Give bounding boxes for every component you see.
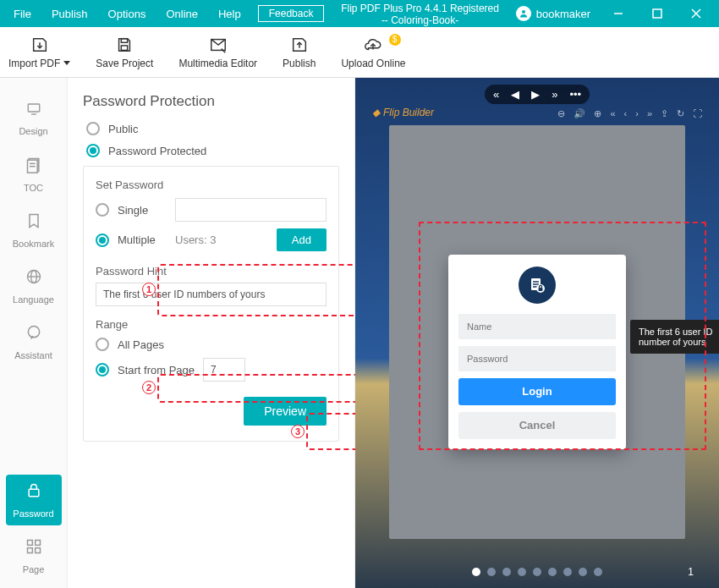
panel-heading: Password Protection <box>83 93 339 110</box>
upload-online-button[interactable]: $ Upload Online <box>341 36 405 69</box>
menu-file[interactable]: File <box>5 4 40 24</box>
page-dot[interactable] <box>563 568 572 576</box>
login-dialog: Login Cancel <box>448 255 626 449</box>
range-label: Range <box>96 318 327 331</box>
single-password-input[interactable] <box>175 198 327 222</box>
feedback-button[interactable]: Feedback <box>258 5 325 22</box>
window-minimize-button[interactable] <box>601 0 636 27</box>
sidebar-item-design[interactable]: Design <box>6 93 62 144</box>
single-radio-row[interactable]: Single <box>96 198 327 222</box>
sidebar-item-toc[interactable]: TOC <box>6 149 62 200</box>
svg-rect-19 <box>27 540 32 545</box>
share-icon[interactable]: ⇪ <box>661 108 668 119</box>
radio-icon <box>96 234 109 247</box>
start-from-radio-row[interactable]: Start from Page <box>96 358 327 382</box>
chevron-down-icon <box>63 61 70 65</box>
save-icon <box>115 36 134 54</box>
multimedia-editor-button[interactable]: Multimedia Editor <box>178 36 257 69</box>
svg-rect-22 <box>35 547 40 552</box>
sidebar-item-assistant[interactable]: Assistant <box>6 316 62 367</box>
radio-icon <box>86 122 100 135</box>
nav-next-icon[interactable]: ▶ <box>531 88 540 101</box>
multimedia-editor-label: Multimedia Editor <box>178 58 257 69</box>
settings-subpanel: Set Password Single Multiple Users: 3 Ad… <box>83 166 339 442</box>
nav-last-icon[interactable]: » <box>552 88 557 101</box>
protected-radio-row[interactable]: Password Protected <box>86 144 339 157</box>
svg-point-17 <box>28 326 39 337</box>
sidebar-item-password[interactable]: Password <box>6 475 62 525</box>
password-hint-input[interactable] <box>96 283 327 306</box>
login-button[interactable]: Login <box>458 378 616 405</box>
grid-icon <box>25 538 42 559</box>
page-dot[interactable] <box>518 568 526 576</box>
svg-rect-20 <box>35 540 40 545</box>
lock-badge-icon <box>519 267 556 304</box>
cancel-button[interactable]: Cancel <box>458 412 616 439</box>
monitor-icon <box>25 102 43 121</box>
publish-button[interactable]: Publish <box>283 36 316 69</box>
toc-icon <box>25 157 42 178</box>
annotation-3: 3 <box>291 425 305 438</box>
window-maximize-button[interactable] <box>639 0 675 27</box>
svg-rect-5 <box>122 38 128 42</box>
radio-icon <box>96 203 109 217</box>
main-area: Design TOC Bookmark Language Assistant P… <box>0 78 719 588</box>
page-dot[interactable] <box>472 568 480 576</box>
fullscreen-icon[interactable]: ⛶ <box>693 108 702 119</box>
public-radio-row[interactable]: Public <box>86 122 339 135</box>
publish-label: Publish <box>283 58 316 69</box>
login-name-input[interactable] <box>458 314 616 339</box>
import-pdf-button[interactable]: Import PDF <box>8 36 70 69</box>
svg-rect-8 <box>28 104 40 112</box>
sidebar-item-page[interactable]: Page <box>6 530 62 581</box>
start-page-input[interactable] <box>203 358 245 382</box>
publish-icon <box>290 36 309 54</box>
page-dot[interactable] <box>594 568 602 576</box>
sidebar-item-language[interactable]: Language <box>6 261 62 311</box>
globe-icon <box>25 268 42 289</box>
nav-next-small-icon[interactable]: › <box>635 108 639 119</box>
start-from-label: Start from Page <box>118 364 195 376</box>
menu-online[interactable]: Online <box>157 4 206 24</box>
nav-first-small-icon[interactable]: « <box>610 108 615 119</box>
add-button[interactable]: Add <box>277 228 327 251</box>
nav-last-small-icon[interactable]: » <box>647 108 652 119</box>
zoom-out-icon[interactable]: ⊖ <box>557 108 565 119</box>
menu-publish[interactable]: Publish <box>43 4 96 24</box>
upload-online-label: Upload Online <box>341 58 405 69</box>
svg-rect-18 <box>29 489 39 496</box>
page-dot[interactable] <box>548 568 557 576</box>
page-dot[interactable] <box>487 568 496 576</box>
nav-prev-small-icon[interactable]: ‹ <box>624 108 628 119</box>
sidebar-item-bookmark[interactable]: Bookmark <box>6 205 62 256</box>
sidebar-label: Design <box>19 126 47 136</box>
sidebar-label: Page <box>23 564 45 574</box>
menu-help[interactable]: Help <box>210 4 250 24</box>
page-dot[interactable] <box>502 568 511 576</box>
import-pdf-label: Import PDF <box>8 58 60 69</box>
nav-first-icon[interactable]: « <box>493 88 499 101</box>
nav-more-icon[interactable]: ••• <box>569 88 581 101</box>
menu-options[interactable]: Options <box>100 4 155 24</box>
preview-button[interactable]: Preview <box>244 397 327 426</box>
password-hint-label: Password Hint <box>96 265 327 278</box>
nav-prev-icon[interactable]: ◀ <box>511 88 519 101</box>
multiple-radio-row[interactable]: Multiple Users: 3 Add <box>96 228 327 251</box>
login-password-input[interactable] <box>458 346 616 371</box>
user-account[interactable]: bookmaker <box>516 6 590 21</box>
zoom-in-icon[interactable]: ⊕ <box>594 108 601 119</box>
svg-rect-2 <box>653 9 661 18</box>
page-dot[interactable] <box>533 568 541 576</box>
refresh-icon[interactable]: ↻ <box>677 108 684 119</box>
save-project-button[interactable]: Save Project <box>96 36 153 69</box>
window-close-button[interactable] <box>678 0 714 27</box>
user-avatar-icon <box>516 6 531 21</box>
preview-nav-pill: « ◀ ▶ » ••• <box>485 85 590 104</box>
users-count-label: Users: 3 <box>175 234 268 246</box>
username-label: bookmaker <box>536 8 590 20</box>
sound-icon[interactable]: 🔊 <box>574 108 585 119</box>
page-dot[interactable] <box>579 568 587 576</box>
all-pages-radio-row[interactable]: All Pages <box>96 338 327 351</box>
window-title-line2: -- Coloring-Book- <box>327 14 512 26</box>
annotation-1: 1 <box>142 283 156 296</box>
